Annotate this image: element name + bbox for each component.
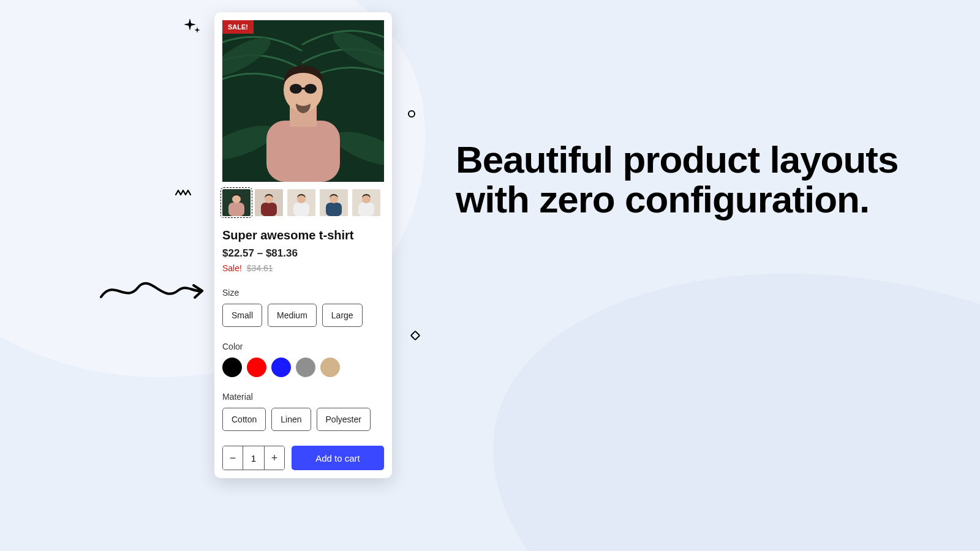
product-card: SALE! Super awes <box>214 12 392 478</box>
size-label: Size <box>222 288 384 298</box>
price-range: $22.57 – $81.36 <box>222 247 384 260</box>
squiggle-icon <box>175 189 191 197</box>
size-option[interactable]: Small <box>222 304 262 327</box>
sparkle-icon <box>184 18 202 37</box>
marketing-headline: Beautiful product layouts with zero conf… <box>456 140 980 219</box>
svg-rect-10 <box>301 88 305 89</box>
color-swatch[interactable] <box>222 358 242 377</box>
product-hero-image[interactable]: SALE! <box>222 20 384 182</box>
material-label: Material <box>222 392 384 402</box>
svg-rect-15 <box>293 203 309 216</box>
thumbnail-4[interactable] <box>352 189 380 216</box>
color-swatch[interactable] <box>320 358 340 377</box>
thumbnail-0[interactable] <box>222 189 251 216</box>
color-swatch[interactable] <box>271 358 291 377</box>
circle-icon <box>408 110 415 118</box>
product-title: Super awesome t-shirt <box>222 228 384 242</box>
svg-rect-13 <box>261 203 277 216</box>
material-option[interactable]: Linen <box>271 408 311 431</box>
thumbnail-row <box>222 189 384 216</box>
material-option[interactable]: Cotton <box>222 408 266 431</box>
size-option[interactable]: Medium <box>268 304 317 327</box>
diamond-icon <box>410 331 421 341</box>
svg-point-9 <box>304 84 317 94</box>
svg-rect-11 <box>228 203 244 216</box>
arrow-icon <box>98 276 208 306</box>
sale-badge: SALE! <box>222 20 254 34</box>
size-option[interactable]: Large <box>322 304 363 327</box>
cart-row: − 1 + Add to cart <box>222 446 384 470</box>
qty-decrement[interactable]: − <box>223 446 243 470</box>
thumbnail-3[interactable] <box>320 189 348 216</box>
add-to-cart-button[interactable]: Add to cart <box>292 446 384 470</box>
size-chips: SmallMediumLarge <box>222 304 384 327</box>
svg-rect-19 <box>358 203 374 216</box>
background-wave <box>469 241 980 551</box>
color-label: Color <box>222 342 384 351</box>
quantity-stepper: − 1 + <box>222 446 285 470</box>
color-swatch[interactable] <box>247 358 266 377</box>
sale-label: Sale! <box>222 263 242 273</box>
material-option[interactable]: Polyester <box>317 408 371 431</box>
color-swatch[interactable] <box>296 358 315 377</box>
material-chips: CottonLinenPolyester <box>222 408 384 431</box>
qty-increment[interactable]: + <box>265 446 284 470</box>
svg-rect-5 <box>266 121 340 182</box>
color-swatches <box>222 358 384 377</box>
original-price: $34.61 <box>247 263 273 273</box>
svg-rect-17 <box>326 203 342 216</box>
qty-value: 1 <box>243 446 265 470</box>
sale-row: Sale! $34.61 <box>222 263 384 273</box>
thumbnail-1[interactable] <box>255 189 283 216</box>
svg-point-8 <box>290 84 302 94</box>
thumbnail-2[interactable] <box>287 189 315 216</box>
